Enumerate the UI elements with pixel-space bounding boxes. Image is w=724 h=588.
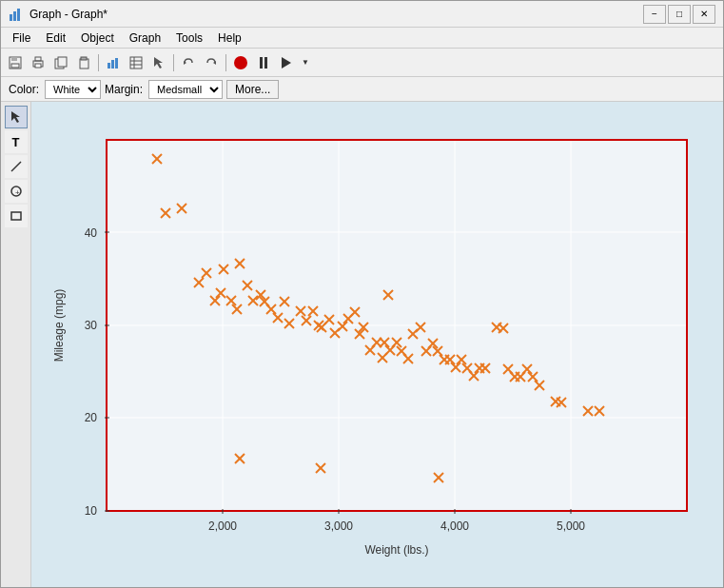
- margin-label: Margin:: [105, 83, 143, 96]
- menu-bar: File Edit Object Graph Tools Help: [1, 28, 723, 49]
- text-tool-icon: T: [12, 135, 20, 149]
- line-tool-button[interactable]: [5, 155, 28, 178]
- svg-rect-13: [108, 63, 110, 69]
- dropdown-arrow-icon: ▼: [302, 58, 309, 67]
- svg-text:10: 10: [84, 504, 97, 518]
- left-toolbar: T +: [1, 102, 31, 587]
- record-button[interactable]: [230, 52, 251, 73]
- svg-marker-20: [154, 57, 163, 69]
- svg-text:+: +: [15, 188, 20, 197]
- main-toolbar: ▼: [1, 49, 723, 77]
- svg-rect-12: [81, 57, 87, 60]
- copy-button[interactable]: [50, 52, 71, 73]
- svg-rect-4: [11, 57, 17, 61]
- chart-svg: 10 20 30 40 2,000 3,000 4,000 5,000: [49, 126, 706, 563]
- svg-rect-5: [11, 64, 19, 68]
- svg-rect-15: [115, 58, 118, 69]
- play-icon: [282, 57, 291, 69]
- record-icon: [234, 56, 247, 69]
- svg-text:20: 20: [84, 411, 97, 424]
- svg-marker-23: [11, 111, 20, 123]
- main-area: T +: [1, 102, 723, 587]
- svg-rect-0: [10, 14, 12, 21]
- window-controls: − □ ✕: [643, 5, 715, 24]
- chart-container: 10 20 30 40 2,000 3,000 4,000 5,000: [49, 126, 706, 563]
- pause-button[interactable]: [253, 52, 274, 73]
- text-tool-button[interactable]: T: [5, 130, 28, 153]
- maximize-button[interactable]: □: [668, 5, 691, 24]
- print-button[interactable]: [28, 52, 49, 73]
- toolbar-separator-3: [225, 54, 226, 71]
- color-label: Color:: [9, 83, 39, 96]
- cursor-button[interactable]: [148, 52, 169, 73]
- bar-chart-button[interactable]: [103, 52, 124, 73]
- svg-rect-7: [35, 57, 41, 61]
- svg-rect-2: [17, 9, 20, 21]
- window-title: Graph - Graph*: [29, 8, 643, 21]
- save-button[interactable]: [5, 52, 26, 73]
- more-button[interactable]: More...: [226, 80, 279, 99]
- options-bar: Color: White Margin: Medsmall More...: [1, 77, 723, 102]
- color-select[interactable]: White: [45, 80, 101, 99]
- svg-rect-10: [58, 57, 67, 67]
- svg-text:Weight (lbs.): Weight (lbs.): [364, 543, 428, 557]
- svg-rect-8: [35, 64, 41, 68]
- svg-rect-27: [11, 212, 21, 220]
- menu-object[interactable]: Object: [73, 29, 122, 47]
- svg-rect-1: [13, 11, 16, 21]
- circle-tool-button[interactable]: +: [5, 180, 28, 203]
- app-icon: [9, 7, 24, 22]
- svg-text:3,000: 3,000: [323, 519, 352, 533]
- undo-button[interactable]: [178, 52, 199, 73]
- svg-rect-16: [130, 57, 142, 69]
- svg-text:30: 30: [84, 319, 97, 332]
- main-window: Graph - Graph* − □ ✕ File Edit Object Gr…: [0, 0, 724, 588]
- chart-area: 10 20 30 40 2,000 3,000 4,000 5,000: [31, 102, 723, 587]
- table-button[interactable]: [126, 52, 147, 73]
- toolbar-separator-2: [173, 54, 174, 71]
- close-button[interactable]: ✕: [693, 5, 715, 24]
- menu-tools[interactable]: Tools: [168, 29, 210, 47]
- svg-text:Mileage (mpg): Mileage (mpg): [52, 289, 66, 363]
- menu-file[interactable]: File: [5, 29, 38, 47]
- select-tool-button[interactable]: [5, 106, 28, 128]
- svg-text:5,000: 5,000: [556, 519, 584, 533]
- paste-button[interactable]: [73, 52, 94, 73]
- play-button[interactable]: [276, 52, 297, 73]
- menu-edit[interactable]: Edit: [38, 29, 73, 47]
- pause-icon: [260, 57, 267, 69]
- menu-graph[interactable]: Graph: [122, 29, 168, 47]
- menu-help[interactable]: Help: [210, 29, 249, 47]
- dropdown-button[interactable]: ▼: [299, 52, 312, 73]
- margin-select[interactable]: Medsmall: [148, 80, 223, 99]
- svg-rect-14: [111, 60, 114, 69]
- rect-tool-button[interactable]: [5, 205, 28, 227]
- svg-text:40: 40: [84, 226, 97, 240]
- svg-line-24: [11, 162, 21, 171]
- redo-button[interactable]: [201, 52, 222, 73]
- minimize-button[interactable]: −: [643, 5, 666, 24]
- title-bar: Graph - Graph* − □ ✕: [1, 1, 723, 28]
- svg-text:2,000: 2,000: [207, 519, 236, 533]
- svg-text:4,000: 4,000: [440, 519, 468, 533]
- toolbar-separator-1: [98, 54, 99, 71]
